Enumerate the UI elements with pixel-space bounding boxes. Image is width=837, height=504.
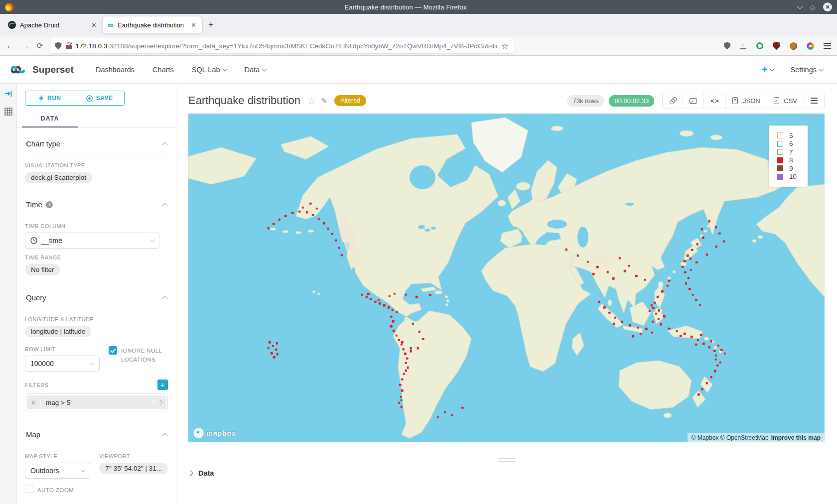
extension-shield-icon[interactable] [724,42,730,50]
url-bar[interactable]: 172.18.0.3:32108/superset/explore/?form_… [50,38,514,53]
dataset-grid-icon[interactable] [4,108,12,116]
nav-charts[interactable]: Charts [152,66,174,74]
remove-filter-icon[interactable]: ✕ [27,399,41,406]
map-point [687,254,689,257]
legend-row[interactable]: 5 [777,131,808,140]
map-point [619,257,621,259]
legend-row[interactable]: 9 [777,164,808,173]
extension-green-icon[interactable] [756,42,763,49]
map-point [629,324,631,327]
browser-toolbar: ← → ⟳ 172.18.0.3:32108/superset/explore/… [0,36,837,56]
run-button[interactable]: RUN [25,91,75,105]
downloads-icon[interactable] [740,42,747,49]
map-point [652,321,654,323]
section-point-size[interactable]: Point Size [25,502,168,504]
reload-button[interactable]: ⟳ [37,41,43,50]
tab-data[interactable]: DATA [22,115,78,127]
tracking-shield-icon[interactable] [55,42,62,50]
viz-type-value[interactable]: deck.gl Scatterplot [25,172,92,183]
section-chart-type[interactable]: Chart type [25,127,168,154]
nav-data[interactable]: Data [245,66,267,74]
map-point [702,343,705,345]
ignore-null-checkbox[interactable] [109,346,117,355]
export-json-button[interactable]: .JSON [725,93,766,109]
minimize-icon[interactable] [797,3,803,9]
legend-row[interactable]: 7 [777,148,808,156]
map-point [708,346,711,349]
map-point [645,328,648,330]
lonlat-value[interactable]: longitude | latitude [25,326,91,337]
chevron-down-icon [150,238,155,243]
new-tab-button[interactable]: + [202,20,220,30]
section-map[interactable]: Map [25,420,168,445]
insecure-lock-icon[interactable] [66,42,72,49]
bookmark-star-icon[interactable]: ☆ [501,41,508,51]
mapbox-wordmark: mapbox [206,429,236,437]
filter-item[interactable]: ✕ mag > 5 [27,395,166,409]
legend-swatch-icon [777,157,783,163]
edit-properties-icon[interactable]: ✎ [321,96,327,106]
map-style-select[interactable]: Outdoors [25,463,90,479]
save-button[interactable]: SAVE [75,91,125,105]
map-point [715,246,718,248]
maximize-icon[interactable]: ◇ [810,4,815,10]
section-query[interactable]: Query [25,283,168,308]
map-point [689,257,692,260]
row-limit-select[interactable]: 100000 [25,356,100,372]
legend-row[interactable]: 8 [777,156,808,165]
more-options-button[interactable] [804,93,824,109]
time-range-label: TIME RANGE [25,254,168,260]
embed-code-button[interactable]: <> [703,93,725,109]
attribution-text[interactable]: © Mapbox © OpenStreetMap [692,434,769,441]
mapbox-logo[interactable]: mapbox [193,428,236,438]
viewport-value[interactable]: 7° 35' 54.02" | 31... [99,463,168,474]
map-point [644,279,647,281]
pane-drag-handle[interactable] [498,458,516,464]
tab-apache-druid[interactable]: Apache Druid ✕ [3,16,103,33]
tab-earthquake-distribution[interactable]: ∞ Earthquake distribution ✕ [103,16,202,33]
url-text[interactable]: 172.18.0.3:32108/superset/explore/?form_… [76,42,498,50]
map-point [690,268,693,271]
favorite-star-icon[interactable]: ☆ [307,95,316,107]
nav-dashboards[interactable]: Dashboards [96,66,135,74]
add-new-button[interactable]: + [762,64,774,75]
filter-value[interactable]: mag > 5 [41,399,153,406]
chevron-right-icon[interactable] [153,400,166,404]
auto-zoom-checkbox[interactable] [25,485,33,493]
map-point [692,293,694,296]
close-icon[interactable]: ✕ [823,2,832,11]
legend-row[interactable]: 10 [777,173,808,181]
legend-row[interactable]: 6 [777,140,808,148]
time-column-select[interactable]: __time [25,233,159,249]
email-button[interactable] [683,93,703,109]
back-button[interactable]: ← [6,41,14,51]
tab-close-icon[interactable]: ✕ [190,21,197,29]
data-results-toggle[interactable]: Data [188,469,214,477]
superset-favicon-icon: ∞ [108,21,114,29]
map-point [714,358,717,361]
map-point [405,293,407,296]
legend-label: 10 [789,173,797,180]
export-csv-button[interactable]: .CSV [767,93,804,109]
forward-button[interactable]: → [21,41,30,51]
improve-map-link[interactable]: Improve this map [771,434,821,441]
deckgl-map[interactable]: 5678910 mapbox © Mapbox © OpenStreetMap … [188,114,825,442]
map-point [335,240,337,242]
chart-title: Earthquake distribution [188,94,300,107]
section-time[interactable]: Timei [25,190,168,215]
time-range-value[interactable]: No filter [25,264,60,275]
settings-menu[interactable]: Settings [791,66,823,74]
ublock-icon[interactable]: 2 [773,42,780,50]
nav-sql-lab[interactable]: SQL Lab [192,66,227,74]
map-point [587,260,589,263]
colorful-extension-icon[interactable] [807,42,814,50]
expand-datasource-icon[interactable] [4,90,12,98]
copy-link-button[interactable] [663,93,683,109]
menu-icon[interactable] [824,43,831,49]
map-point [461,406,464,409]
cookie-extension-icon[interactable] [790,42,797,50]
superset-brand[interactable]: Superset [9,63,74,76]
add-filter-button[interactable]: + [157,379,168,390]
legend-swatch-icon [777,132,783,138]
tab-close-icon[interactable]: ✕ [90,21,98,29]
